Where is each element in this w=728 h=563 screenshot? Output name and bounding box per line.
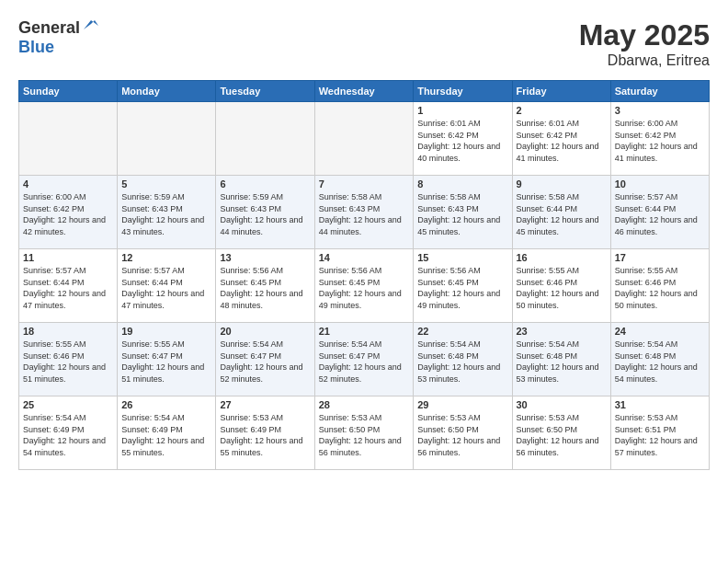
calendar-cell [314,102,413,176]
calendar-cell: 7Sunrise: 5:58 AMSunset: 6:43 PMDaylight… [314,176,413,249]
day-info: Sunrise: 5:56 AMSunset: 6:45 PMDaylight:… [417,265,507,311]
calendar-cell: 22Sunrise: 5:54 AMSunset: 6:48 PMDayligh… [414,323,512,396]
day-info: Sunrise: 5:53 AMSunset: 6:50 PMDaylight:… [517,412,607,458]
calendar-cell: 24Sunrise: 5:54 AMSunset: 6:48 PMDayligh… [610,323,709,396]
calendar-cell: 4Sunrise: 6:00 AMSunset: 6:42 PMDaylight… [19,176,118,249]
calendar-cell: 17Sunrise: 5:55 AMSunset: 6:46 PMDayligh… [610,249,709,323]
day-info: Sunrise: 5:55 AMSunset: 6:46 PMDaylight:… [517,265,607,311]
header-saturday: Saturday [610,81,709,102]
calendar-cell: 30Sunrise: 5:53 AMSunset: 6:50 PMDayligh… [512,396,610,470]
day-info: Sunrise: 5:55 AMSunset: 6:46 PMDaylight:… [23,339,113,385]
calendar-cell: 6Sunrise: 5:59 AMSunset: 6:43 PMDaylight… [216,176,314,249]
header-wednesday: Wednesday [314,81,413,102]
header-tuesday: Tuesday [216,81,314,102]
day-number: 19 [121,326,211,337]
day-info: Sunrise: 5:54 AMSunset: 6:49 PMDaylight:… [23,412,113,458]
header-thursday: Thursday [414,81,512,102]
day-info: Sunrise: 5:59 AMSunset: 6:43 PMDaylight:… [121,191,211,237]
day-info: Sunrise: 5:57 AMSunset: 6:44 PMDaylight:… [23,265,113,311]
calendar-cell: 26Sunrise: 5:54 AMSunset: 6:49 PMDayligh… [118,396,216,470]
day-number: 14 [319,252,409,263]
day-info: Sunrise: 5:53 AMSunset: 6:50 PMDaylight:… [319,412,409,458]
day-info: Sunrise: 5:53 AMSunset: 6:50 PMDaylight:… [417,412,507,458]
calendar-cell: 11Sunrise: 5:57 AMSunset: 6:44 PMDayligh… [19,249,118,323]
day-info: Sunrise: 5:55 AMSunset: 6:47 PMDaylight:… [121,339,211,385]
week-row-2: 4Sunrise: 6:00 AMSunset: 6:42 PMDaylight… [19,176,710,249]
week-row-3: 11Sunrise: 5:57 AMSunset: 6:44 PMDayligh… [19,249,710,323]
day-info: Sunrise: 5:56 AMSunset: 6:45 PMDaylight:… [319,265,409,311]
calendar-cell: 16Sunrise: 5:55 AMSunset: 6:46 PMDayligh… [512,249,610,323]
day-info: Sunrise: 5:58 AMSunset: 6:43 PMDaylight:… [417,191,507,237]
day-number: 2 [517,105,607,116]
header-sunday: Sunday [19,81,118,102]
calendar-cell [118,102,216,176]
day-number: 6 [220,178,310,190]
calendar-cell [216,102,314,176]
day-number: 30 [517,399,607,410]
day-number: 16 [517,252,607,263]
day-number: 22 [417,326,507,337]
logo-blue-text: Blue [18,38,54,56]
day-number: 11 [23,252,113,263]
day-number: 15 [417,252,507,263]
day-number: 13 [220,252,310,263]
day-number: 26 [121,399,211,410]
header: General Blue May 2025 Dbarwa, Eritrea [18,18,710,69]
svg-marker-0 [84,20,98,29]
day-info: Sunrise: 5:57 AMSunset: 6:44 PMDaylight:… [121,265,211,311]
day-number: 24 [615,326,705,337]
calendar-cell: 29Sunrise: 5:53 AMSunset: 6:50 PMDayligh… [414,396,512,470]
logo-icon [82,17,100,35]
header-friday: Friday [512,81,610,102]
day-info: Sunrise: 5:53 AMSunset: 6:49 PMDaylight:… [220,412,310,458]
day-number: 1 [417,105,507,116]
calendar-cell: 28Sunrise: 5:53 AMSunset: 6:50 PMDayligh… [314,396,413,470]
day-info: Sunrise: 6:01 AMSunset: 6:42 PMDaylight:… [517,118,607,164]
day-info: Sunrise: 6:01 AMSunset: 6:42 PMDaylight:… [417,118,507,164]
week-row-5: 25Sunrise: 5:54 AMSunset: 6:49 PMDayligh… [19,396,710,470]
calendar-cell: 14Sunrise: 5:56 AMSunset: 6:45 PMDayligh… [314,249,413,323]
day-number: 31 [615,399,705,410]
day-number: 28 [319,399,409,410]
day-info: Sunrise: 6:00 AMSunset: 6:42 PMDaylight:… [23,191,113,237]
day-info: Sunrise: 5:58 AMSunset: 6:43 PMDaylight:… [319,191,409,237]
weekday-header-row: Sunday Monday Tuesday Wednesday Thursday… [19,81,710,102]
day-info: Sunrise: 5:54 AMSunset: 6:49 PMDaylight:… [121,412,211,458]
logo-general-text: General [18,18,80,37]
day-number: 7 [319,178,409,190]
day-info: Sunrise: 5:56 AMSunset: 6:45 PMDaylight:… [220,265,310,311]
day-info: Sunrise: 5:53 AMSunset: 6:51 PMDaylight:… [615,412,705,458]
calendar-cell: 9Sunrise: 5:58 AMSunset: 6:44 PMDaylight… [512,176,610,249]
day-number: 5 [121,178,211,190]
day-number: 12 [121,252,211,263]
calendar-cell: 23Sunrise: 5:54 AMSunset: 6:48 PMDayligh… [512,323,610,396]
day-info: Sunrise: 5:54 AMSunset: 6:48 PMDaylight:… [417,339,507,385]
day-number: 4 [23,178,113,190]
calendar-cell: 10Sunrise: 5:57 AMSunset: 6:44 PMDayligh… [610,176,709,249]
day-info: Sunrise: 6:00 AMSunset: 6:42 PMDaylight:… [615,118,705,164]
day-number: 25 [23,399,113,410]
calendar-cell: 1Sunrise: 6:01 AMSunset: 6:42 PMDaylight… [414,102,512,176]
day-number: 21 [319,326,409,337]
calendar-cell: 27Sunrise: 5:53 AMSunset: 6:49 PMDayligh… [216,396,314,470]
month-year: May 2025 [579,18,710,52]
calendar-cell: 13Sunrise: 5:56 AMSunset: 6:45 PMDayligh… [216,249,314,323]
calendar-cell: 21Sunrise: 5:54 AMSunset: 6:47 PMDayligh… [314,323,413,396]
calendar-cell: 2Sunrise: 6:01 AMSunset: 6:42 PMDaylight… [512,102,610,176]
day-info: Sunrise: 5:54 AMSunset: 6:48 PMDaylight:… [615,339,705,385]
calendar-cell: 5Sunrise: 5:59 AMSunset: 6:43 PMDaylight… [118,176,216,249]
calendar-cell: 12Sunrise: 5:57 AMSunset: 6:44 PMDayligh… [118,249,216,323]
calendar: Sunday Monday Tuesday Wednesday Thursday… [18,80,710,470]
day-number: 18 [23,326,113,337]
week-row-4: 18Sunrise: 5:55 AMSunset: 6:46 PMDayligh… [19,323,710,396]
day-info: Sunrise: 5:57 AMSunset: 6:44 PMDaylight:… [615,191,705,237]
calendar-cell: 3Sunrise: 6:00 AMSunset: 6:42 PMDaylight… [610,102,709,176]
title-block: May 2025 Dbarwa, Eritrea [579,18,710,69]
header-monday: Monday [118,81,216,102]
week-row-1: 1Sunrise: 6:01 AMSunset: 6:42 PMDaylight… [19,102,710,176]
logo: General Blue [18,18,100,57]
calendar-cell: 31Sunrise: 5:53 AMSunset: 6:51 PMDayligh… [610,396,709,470]
day-number: 10 [615,178,705,190]
day-info: Sunrise: 5:54 AMSunset: 6:47 PMDaylight:… [220,339,310,385]
day-number: 9 [517,178,607,190]
